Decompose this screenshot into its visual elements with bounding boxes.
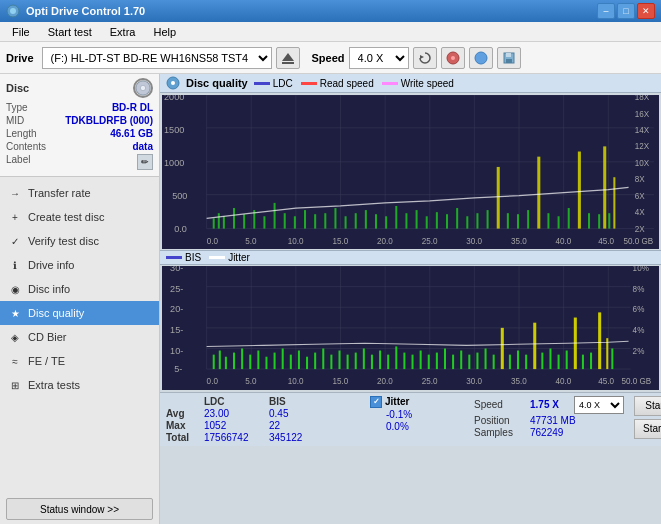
refresh-button[interactable] <box>413 47 437 69</box>
svg-rect-62 <box>263 216 265 228</box>
drive-select[interactable]: (F:) HL-DT-ST BD-RE WH16NS58 TST4 <box>42 47 272 69</box>
svg-rect-73 <box>375 214 377 228</box>
sidebar-item-extra-tests[interactable]: ⊞ Extra tests <box>0 373 159 397</box>
legend-ldc: LDC <box>254 78 293 89</box>
svg-rect-167 <box>444 349 446 370</box>
sidebar-item-cd-bier[interactable]: ◈ CD Bier <box>0 325 159 349</box>
svg-rect-90 <box>547 213 549 228</box>
minimize-button[interactable]: – <box>597 3 615 19</box>
type-label: Type <box>6 102 28 113</box>
svg-text:10X: 10X <box>635 159 650 168</box>
svg-text:2X: 2X <box>635 225 645 234</box>
eject-button[interactable] <box>276 47 300 69</box>
svg-text:50.0 GB: 50.0 GB <box>624 237 654 246</box>
svg-text:45.0: 45.0 <box>598 377 614 386</box>
svg-rect-72 <box>365 210 367 228</box>
svg-rect-160 <box>387 355 389 369</box>
upper-chart-svg: 2000 1500 1000 500 0.0 18X 16X 14X 12X 1… <box>162 95 659 249</box>
svg-rect-93 <box>578 152 581 229</box>
svg-text:15-: 15- <box>170 325 183 335</box>
svg-point-7 <box>475 52 487 64</box>
svg-rect-66 <box>304 210 306 228</box>
speed-val1: 1.75 X <box>530 399 570 410</box>
svg-rect-68 <box>324 213 326 228</box>
chart-main-title: Disc quality <box>186 77 248 89</box>
svg-rect-59 <box>233 208 235 229</box>
svg-rect-155 <box>347 355 349 369</box>
close-button[interactable]: ✕ <box>637 3 655 19</box>
svg-text:20.0: 20.0 <box>377 237 393 246</box>
disc-label-row: Label ✏ <box>6 154 153 170</box>
disc-mid-row: MID TDKBLDRFB (000) <box>6 115 153 126</box>
svg-rect-91 <box>558 216 560 228</box>
svg-rect-95 <box>598 214 600 228</box>
svg-text:18X: 18X <box>635 95 650 102</box>
svg-text:40.0: 40.0 <box>556 377 572 386</box>
svg-rect-15 <box>162 95 659 249</box>
start-part-button[interactable]: Start part <box>634 419 661 439</box>
svg-text:2%: 2% <box>633 347 645 356</box>
menu-start-test[interactable]: Start test <box>40 24 100 40</box>
svg-rect-98 <box>613 177 615 228</box>
svg-rect-75 <box>395 206 397 229</box>
svg-point-1 <box>10 8 16 14</box>
length-value: 46.61 GB <box>110 128 153 139</box>
contents-value: data <box>132 141 153 152</box>
svg-rect-64 <box>284 213 286 228</box>
svg-rect-141 <box>233 353 235 369</box>
svg-rect-138 <box>213 355 215 369</box>
status-window-button[interactable]: Status window >> <box>6 498 153 520</box>
total-ldc: 17566742 <box>204 432 269 443</box>
svg-rect-153 <box>330 355 332 369</box>
disc-info-label: Disc info <box>28 283 70 295</box>
svg-rect-147 <box>282 349 284 370</box>
cd-bier-label: CD Bier <box>28 331 67 343</box>
svg-rect-80 <box>446 214 448 228</box>
svg-text:14X: 14X <box>635 126 650 135</box>
analyze-button[interactable] <box>469 47 493 69</box>
svg-rect-76 <box>405 213 407 228</box>
maximize-button[interactable]: □ <box>617 3 635 19</box>
svg-point-12 <box>140 85 145 90</box>
svg-rect-58 <box>223 216 225 228</box>
disc-type-row: Type BD-R DL <box>6 102 153 113</box>
svg-text:15.0: 15.0 <box>332 377 348 386</box>
jitter-checkbox[interactable]: ✓ <box>370 396 382 408</box>
svg-rect-178 <box>533 323 536 369</box>
svg-text:20-: 20- <box>170 304 183 314</box>
sidebar-item-disc-info[interactable]: ◉ Disc info <box>0 277 159 301</box>
svg-rect-87 <box>517 214 519 228</box>
svg-rect-140 <box>225 357 227 369</box>
svg-rect-63 <box>274 203 276 229</box>
lower-chart: 30- 25- 20- 15- 10- 5- 10% 8% 6% 4% 2% 0… <box>162 266 659 390</box>
svg-rect-150 <box>306 357 308 369</box>
extra-tests-icon: ⊞ <box>8 378 22 392</box>
menu-file[interactable]: File <box>4 24 38 40</box>
disc-button[interactable] <box>441 47 465 69</box>
length-label: Length <box>6 128 37 139</box>
save-button[interactable] <box>497 47 521 69</box>
speed-dropdown[interactable]: 4.0 X <box>574 396 624 414</box>
svg-rect-171 <box>476 353 478 369</box>
svg-rect-67 <box>314 214 316 228</box>
menu-extra[interactable]: Extra <box>102 24 144 40</box>
type-value: BD-R DL <box>112 102 153 113</box>
menu-help[interactable]: Help <box>145 24 184 40</box>
sidebar-item-verify-test-disc[interactable]: ✓ Verify test disc <box>0 229 159 253</box>
svg-rect-81 <box>456 208 458 229</box>
svg-rect-65 <box>294 216 296 228</box>
sidebar-item-drive-info[interactable]: ℹ Drive info <box>0 253 159 277</box>
svg-text:0.0: 0.0 <box>174 224 187 234</box>
speed-select[interactable]: 4.0 X <box>349 47 409 69</box>
sidebar-item-transfer-rate[interactable]: → Transfer rate <box>0 181 159 205</box>
sidebar-item-fe-te[interactable]: ≈ FE / TE <box>0 349 159 373</box>
start-full-button[interactable]: Start full <box>634 396 661 416</box>
sidebar-item-disc-quality[interactable]: ★ Disc quality <box>0 301 159 325</box>
svg-rect-97 <box>608 213 610 228</box>
sidebar-item-create-test-disc[interactable]: + Create test disc <box>0 205 159 229</box>
svg-rect-10 <box>506 53 511 57</box>
svg-point-6 <box>451 56 455 60</box>
label-edit-icon[interactable]: ✏ <box>137 154 153 170</box>
svg-text:35.0: 35.0 <box>511 377 527 386</box>
disc-info-icon: ◉ <box>8 282 22 296</box>
